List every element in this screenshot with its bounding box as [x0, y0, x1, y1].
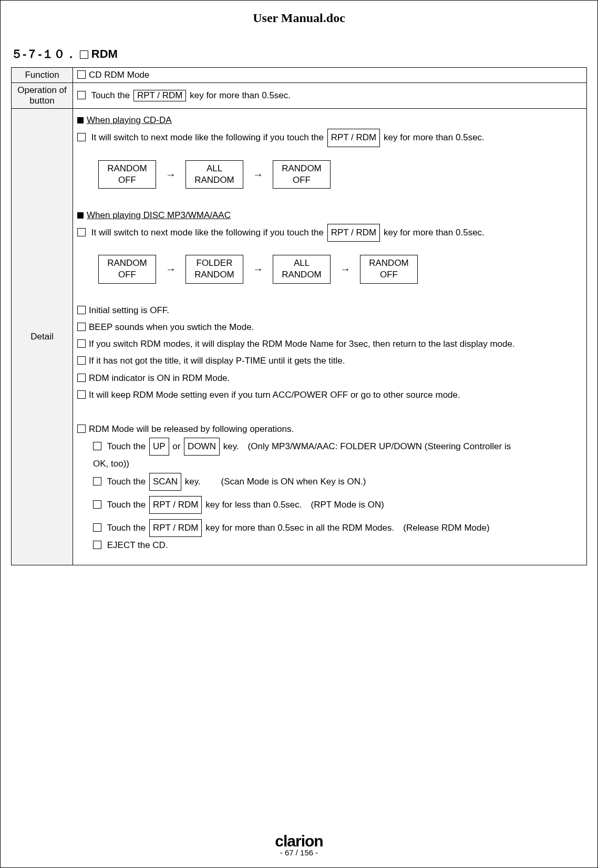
flow-box: ALLRANDOM — [185, 160, 243, 189]
label-detail: Detail — [12, 109, 73, 565]
brand-logo: clarion — [1, 832, 597, 850]
checkbox-icon — [77, 390, 86, 399]
switch-prefix: It will switch to next mode like the fol… — [91, 132, 324, 142]
section-number: ５-７-１０． — [11, 47, 77, 60]
checkbox-icon — [77, 425, 86, 433]
square-bullet-icon — [77, 212, 84, 219]
checkbox-icon — [77, 356, 86, 365]
switch-suffix: key for more than 0.5sec. — [384, 228, 484, 237]
document-page: User Manual.doc ５-７-１０． RDM Function CD … — [0, 0, 598, 868]
flow-box: RANDOMOFF — [360, 255, 418, 283]
sub1-title: When playing CD-DA — [87, 115, 172, 125]
release-line: Touch the SCAN key. (Scan Mode is ON whe… — [93, 473, 582, 491]
sub-heading-cdda: When playing CD-DA — [77, 112, 582, 129]
checkbox-icon — [77, 323, 86, 331]
detail-line: Initial setting is OFF. — [77, 302, 582, 319]
checkbox-icon — [77, 70, 86, 79]
arrow-icon: → — [253, 164, 263, 184]
checkbox-icon — [93, 541, 101, 549]
detail-cell: When playing CD-DA It will switch to nex… — [73, 109, 587, 565]
arrow-icon: → — [253, 259, 263, 279]
switch-line-2: It will switch to next mode like the fol… — [77, 224, 582, 242]
spec-table: Function CD RDM Mode Operation of button… — [11, 67, 587, 565]
checkbox-icon — [77, 91, 86, 99]
flow-diagram-2: RANDOMOFF → FOLDERRANDOM → ALLRANDOM → R… — [98, 255, 582, 283]
arrow-icon: → — [340, 259, 350, 279]
key-up: UP — [149, 438, 169, 456]
checkbox-icon — [77, 306, 86, 314]
detail-line: RDM indicator is ON in RDM Mode. — [77, 370, 582, 387]
checkbox-icon — [77, 228, 86, 236]
key-scan: SCAN — [149, 473, 181, 491]
detail-line: If you switch RDM modes, it will display… — [77, 336, 582, 353]
switch-prefix: It will switch to next mode like the fol… — [91, 228, 324, 237]
key-rpt-rdm: RPT / RDM — [149, 519, 202, 537]
arrow-icon: → — [166, 259, 176, 279]
operation-suffix: key for more than 0.5sec. — [190, 90, 291, 100]
switch-line-1: It will switch to next mode like the fol… — [77, 129, 582, 147]
flow-box: ALLRANDOM — [273, 255, 331, 283]
flow-diagram-1: RANDOMOFF → ALLRANDOM → RANDOMOFF — [98, 160, 582, 189]
release-line: Touch the RPT / RDM key for less than 0.… — [93, 496, 582, 514]
detail-line: It will keep RDM Mode setting even if yo… — [77, 387, 582, 404]
release-line: Touch the RPT / RDM key for more than 0.… — [93, 519, 582, 537]
flow-box: FOLDERRANDOM — [185, 255, 243, 283]
operation-prefix: Touch the — [91, 90, 130, 100]
checkbox-icon — [93, 523, 101, 532]
square-bullet-icon — [77, 117, 84, 123]
checkbox-icon — [77, 339, 86, 348]
checkbox-icon — [93, 442, 101, 450]
release-line-wrap: OK, too)) — [93, 456, 582, 472]
sub-heading-mp3: When playing DISC MP3/WMA/AAC — [77, 207, 582, 224]
key-rpt-rdm: RPT / RDM — [133, 90, 187, 101]
flow-box: RANDOMOFF — [98, 160, 156, 189]
arrow-icon: → — [166, 164, 176, 184]
key-down: DOWN — [184, 438, 220, 456]
flow-box: RANDOMOFF — [273, 160, 331, 189]
flow-box: RANDOMOFF — [98, 255, 156, 283]
section-title: RDM — [91, 47, 118, 60]
switch-suffix: key for more than 0.5sec. — [384, 132, 484, 142]
checkbox-icon — [93, 500, 101, 509]
release-line: EJECT the CD. — [93, 537, 582, 554]
key-rpt-rdm: RPT / RDM — [327, 224, 380, 242]
doc-title: User Manual.doc — [11, 11, 587, 25]
section-heading: ５-７-１０． RDM — [11, 46, 587, 62]
checkbox-icon — [80, 50, 88, 59]
label-function: Function — [12, 68, 73, 83]
checkbox-icon — [77, 133, 86, 141]
key-rpt-rdm: RPT / RDM — [149, 496, 202, 514]
key-rpt-rdm: RPT / RDM — [327, 129, 380, 147]
operation-cell: Touch the RPT / RDM key for more than 0.… — [73, 83, 587, 109]
checkbox-icon — [77, 374, 86, 382]
checkbox-icon — [93, 477, 101, 485]
detail-line: If it has not got the title, it will dis… — [77, 353, 582, 369]
sub2-title: When playing DISC MP3/WMA/AAC — [87, 210, 231, 220]
function-cell: CD RDM Mode — [73, 68, 587, 83]
function-text: CD RDM Mode — [89, 70, 149, 80]
detail-line: BEEP sounds when you swtich the Mode. — [77, 319, 582, 336]
page-number: - 67 / 156 - — [1, 848, 597, 857]
detail-line: RDM Mode will be released by following o… — [77, 421, 582, 438]
label-operation: Operation of button — [12, 83, 73, 109]
page-footer: clarion - 67 / 156 - — [1, 832, 597, 857]
release-line: Touch the UP or DOWN key. (Only MP3/WMA/… — [93, 438, 582, 456]
